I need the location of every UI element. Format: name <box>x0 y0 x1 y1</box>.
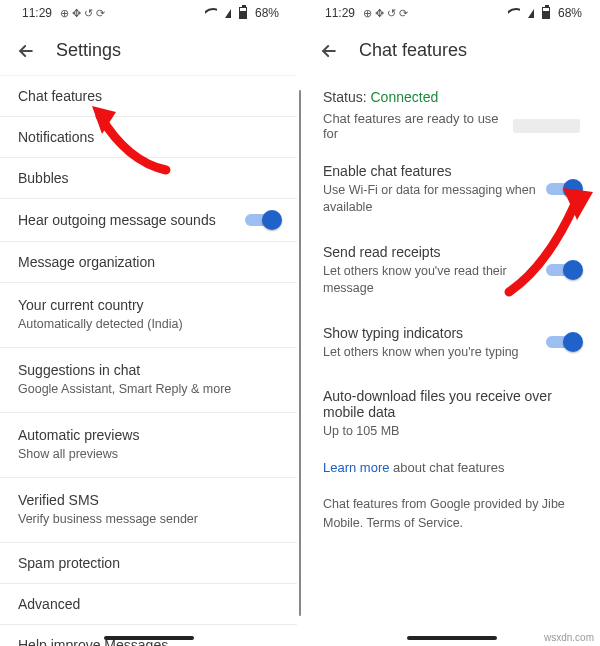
row-sub: Use Wi-Fi or data for messaging when ava… <box>323 182 536 216</box>
redacted-number <box>513 119 580 133</box>
row-title: Send read receipts <box>323 244 536 260</box>
signal-icon <box>528 9 534 18</box>
status-sub: Chat features are ready to use for <box>323 111 508 141</box>
battery-icon <box>239 7 247 19</box>
status-bar: 11:29 ⊕ ✥ ↺ ⟳ 68% <box>0 0 297 26</box>
settings-list: Chat features Notifications Bubbles Hear… <box>0 75 297 646</box>
toggle-hear-sounds[interactable] <box>245 211 279 229</box>
status-value: Connected <box>370 89 438 105</box>
toggle-typing[interactable] <box>546 333 580 351</box>
wifi-icon <box>508 8 520 18</box>
row-title: Message organization <box>18 254 279 270</box>
row-read-receipts[interactable]: Send read receipts Let others know you'v… <box>303 230 600 311</box>
row-bubbles[interactable]: Bubbles <box>0 158 297 199</box>
row-sub: Show all previews <box>18 446 279 463</box>
row-title: Spam protection <box>18 555 279 571</box>
wifi-icon <box>205 8 217 18</box>
status-left-icons: ⊕ ✥ ↺ ⟳ <box>363 7 408 20</box>
status-bar: 11:29 ⊕ ✥ ↺ ⟳ 68% <box>303 0 600 26</box>
row-sub: Let others know you've read their messag… <box>323 263 536 297</box>
row-sub: Automatically detected (India) <box>18 316 279 333</box>
back-icon[interactable] <box>16 41 36 61</box>
row-notifications[interactable]: Notifications <box>0 117 297 158</box>
header: Settings <box>0 26 297 75</box>
row-title: Hear outgoing message sounds <box>18 212 245 228</box>
row-previews[interactable]: Automatic previews Show all previews <box>0 413 297 478</box>
row-enable-chat[interactable]: Enable chat features Use Wi-Fi or data f… <box>303 149 600 230</box>
row-sub: Up to 105 MB <box>323 423 580 440</box>
row-suggestions[interactable]: Suggestions in chat Google Assistant, Sm… <box>0 348 297 413</box>
header: Chat features <box>303 26 600 75</box>
status-label: Status: <box>323 89 367 105</box>
back-icon[interactable] <box>319 41 339 61</box>
row-title: Advanced <box>18 596 279 612</box>
status-time: 11:29 <box>22 6 52 20</box>
footer-note: Chat features from Google provided by Ji… <box>303 477 600 533</box>
row-title: Chat features <box>18 88 279 104</box>
learn-more-rest: about chat features <box>389 460 504 475</box>
row-country[interactable]: Your current country Automatically detec… <box>0 283 297 348</box>
row-sub: Verify business message sender <box>18 511 279 528</box>
battery-pct: 68% <box>255 6 279 20</box>
row-message-org[interactable]: Message organization <box>0 242 297 283</box>
screen-settings: 11:29 ⊕ ✥ ↺ ⟳ 68% Settings Chat features… <box>0 0 297 646</box>
nav-indicator[interactable] <box>0 636 297 640</box>
row-title: Your current country <box>18 297 279 313</box>
row-title: Enable chat features <box>323 163 536 179</box>
signal-icon <box>225 9 231 18</box>
watermark: wsxdn.com <box>544 632 594 643</box>
row-chat-features[interactable]: Chat features <box>0 76 297 117</box>
row-hear-sounds[interactable]: Hear outgoing message sounds <box>0 199 297 242</box>
row-typing-indicator[interactable]: Show typing indicators Let others know w… <box>303 311 600 375</box>
status-time: 11:29 <box>325 6 355 20</box>
row-autodownload[interactable]: Auto-download files you receive over mob… <box>303 374 600 454</box>
row-title: Auto-download files you receive over mob… <box>323 388 580 420</box>
toggle-read-receipts[interactable] <box>546 261 580 279</box>
battery-pct: 68% <box>558 6 582 20</box>
learn-more-link[interactable]: Learn more <box>323 460 389 475</box>
page-title: Settings <box>56 40 121 61</box>
status-left-icons: ⊕ ✥ ↺ ⟳ <box>60 7 105 20</box>
status-block: Status: Connected Chat features are read… <box>303 75 600 149</box>
battery-icon <box>542 7 550 19</box>
page-title: Chat features <box>359 40 467 61</box>
learn-more-line: Learn more about chat features <box>303 454 600 477</box>
row-title: Verified SMS <box>18 492 279 508</box>
toggle-enable-chat[interactable] <box>546 180 580 198</box>
row-spam[interactable]: Spam protection <box>0 543 297 584</box>
row-sub: Let others know when you're typing <box>323 344 536 361</box>
row-sub: Google Assistant, Smart Reply & more <box>18 381 279 398</box>
row-title: Show typing indicators <box>323 325 536 341</box>
row-title: Notifications <box>18 129 279 145</box>
row-advanced[interactable]: Advanced <box>0 584 297 625</box>
screen-chat-features: 11:29 ⊕ ✥ ↺ ⟳ 68% Chat features Status: … <box>303 0 600 646</box>
row-title: Bubbles <box>18 170 279 186</box>
row-verified-sms[interactable]: Verified SMS Verify business message sen… <box>0 478 297 543</box>
row-title: Automatic previews <box>18 427 279 443</box>
row-title: Suggestions in chat <box>18 362 279 378</box>
